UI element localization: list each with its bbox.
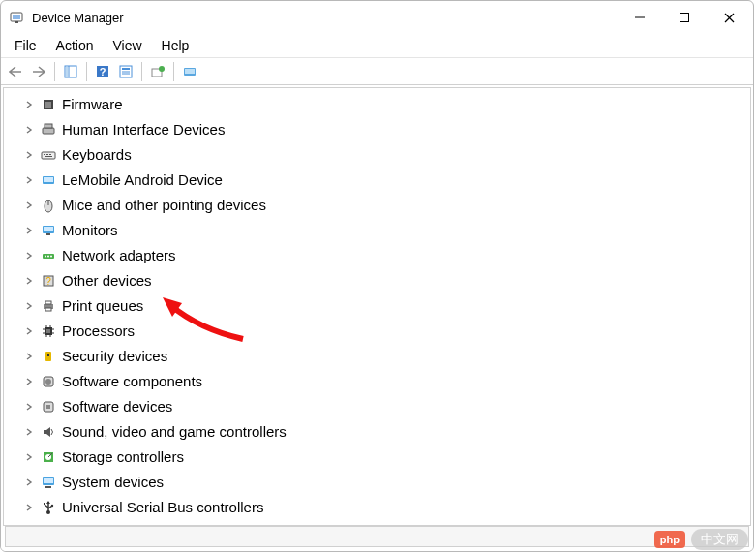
tree-item[interactable]: Mice and other pointing devices (4, 193, 750, 218)
properties-button[interactable] (115, 61, 136, 82)
tree-item[interactable]: Keyboards (4, 142, 750, 168)
tree-item[interactable]: Software components (4, 369, 750, 394)
tree-item-label: LeMobile Android Device (62, 171, 223, 189)
svg-rect-47 (46, 329, 50, 333)
toolbar-separator (141, 62, 142, 81)
watermark: php 中文网 (654, 529, 748, 550)
tree-item[interactable]: Processors (4, 319, 750, 344)
svg-rect-1 (13, 15, 20, 19)
svg-rect-31 (44, 177, 53, 182)
menu-file[interactable]: File (5, 36, 46, 55)
chevron-right-icon[interactable] (23, 124, 35, 136)
device-tree[interactable]: FirmwareHuman Interface DevicesKeyboards… (4, 92, 750, 520)
tree-item[interactable]: ?Other devices (4, 268, 750, 293)
maximize-button[interactable] (662, 1, 707, 34)
svg-rect-35 (44, 227, 53, 231)
update-driver-button[interactable] (147, 61, 168, 82)
svg-point-40 (50, 256, 52, 258)
chevron-right-icon[interactable] (23, 451, 35, 463)
chevron-right-icon[interactable] (23, 300, 35, 312)
svg-rect-73 (44, 503, 45, 505)
tree-item[interactable]: Storage controllers (4, 445, 750, 470)
tree-item[interactable]: Monitors (4, 218, 750, 243)
chevron-right-icon[interactable] (23, 250, 35, 262)
tree-item-label: Processors (62, 323, 135, 340)
svg-marker-71 (46, 501, 50, 504)
svg-point-17 (159, 66, 165, 72)
toolbar-separator (86, 62, 87, 81)
svg-rect-68 (45, 486, 51, 488)
svg-point-75 (51, 505, 53, 507)
tree-item[interactable]: Print queues (4, 293, 750, 319)
mouse-icon (41, 198, 56, 213)
device-manager-window: Device Manager File Action View Help (0, 0, 754, 552)
menu-action[interactable]: Action (46, 36, 104, 55)
svg-rect-36 (46, 233, 50, 235)
chevron-right-icon[interactable] (23, 502, 35, 513)
sound-icon (41, 424, 56, 440)
tree-item[interactable]: LeMobile Android Device (4, 168, 750, 193)
chevron-right-icon[interactable] (23, 225, 35, 236)
svg-rect-22 (43, 128, 54, 134)
tree-item[interactable]: Security devices (4, 344, 750, 369)
help-button[interactable]: ? (92, 61, 113, 82)
minimize-button[interactable] (618, 1, 662, 34)
toolbar-separator (173, 62, 174, 81)
watermark-text: 中文网 (691, 529, 748, 550)
chevron-right-icon[interactable] (23, 401, 35, 413)
usb-icon (41, 500, 56, 515)
svg-rect-44 (45, 301, 51, 304)
tree-item-label: Storage controllers (62, 448, 184, 466)
svg-rect-29 (45, 156, 52, 157)
svg-rect-57 (47, 354, 49, 356)
security-icon (41, 349, 56, 364)
tree-item[interactable]: System devices (4, 470, 750, 495)
svg-rect-19 (185, 69, 195, 74)
other-icon: ? (41, 273, 56, 289)
chevron-right-icon[interactable] (23, 325, 35, 337)
show-hide-console-tree-button[interactable] (60, 61, 81, 82)
tree-item-label: Firmware (62, 96, 123, 113)
tree-item-label: Human Interface Devices (62, 121, 225, 138)
statusbar (5, 526, 749, 547)
forward-button[interactable] (28, 61, 49, 82)
svg-point-38 (45, 256, 46, 258)
tree-item[interactable]: Software devices (4, 394, 750, 419)
window-controls (618, 1, 753, 34)
watermark-badge: php (654, 531, 685, 548)
close-button[interactable] (707, 1, 751, 34)
tree-item-label: Universal Serial Bus controllers (62, 499, 263, 516)
svg-rect-9 (66, 67, 68, 77)
chevron-right-icon[interactable] (23, 376, 35, 387)
svg-rect-24 (42, 152, 55, 159)
chevron-right-icon[interactable] (23, 99, 35, 110)
menu-help[interactable]: Help (152, 36, 199, 55)
tree-item[interactable]: Universal Serial Bus controllers (4, 495, 750, 520)
back-button[interactable] (5, 61, 26, 82)
content-area: FirmwareHuman Interface DevicesKeyboards… (1, 85, 753, 551)
chevron-right-icon[interactable] (23, 351, 35, 362)
tree-item-label: Mice and other pointing devices (62, 197, 266, 214)
chevron-right-icon[interactable] (23, 149, 35, 161)
svg-rect-13 (122, 68, 130, 70)
chevron-right-icon[interactable] (23, 174, 35, 186)
tree-item[interactable]: Network adapters (4, 243, 750, 268)
menu-view[interactable]: View (103, 36, 151, 55)
softdev-icon (41, 399, 56, 415)
scan-hardware-button[interactable] (179, 61, 200, 82)
device-tree-panel: FirmwareHuman Interface DevicesKeyboards… (3, 87, 751, 526)
titlebar: Device Manager (1, 1, 753, 34)
android-icon (41, 172, 56, 188)
chevron-right-icon[interactable] (23, 200, 35, 211)
menubar: File Action View Help (1, 34, 753, 58)
tree-item[interactable]: Human Interface Devices (4, 117, 750, 142)
network-icon (41, 248, 56, 263)
svg-text:?: ? (100, 66, 106, 77)
chevron-right-icon[interactable] (23, 477, 35, 488)
svg-rect-61 (46, 405, 50, 409)
softcomp-icon (41, 374, 56, 389)
tree-item[interactable]: Firmware (4, 92, 750, 117)
chevron-right-icon[interactable] (23, 426, 35, 438)
tree-item[interactable]: Sound, video and game controllers (4, 419, 750, 445)
chevron-right-icon[interactable] (23, 275, 35, 287)
